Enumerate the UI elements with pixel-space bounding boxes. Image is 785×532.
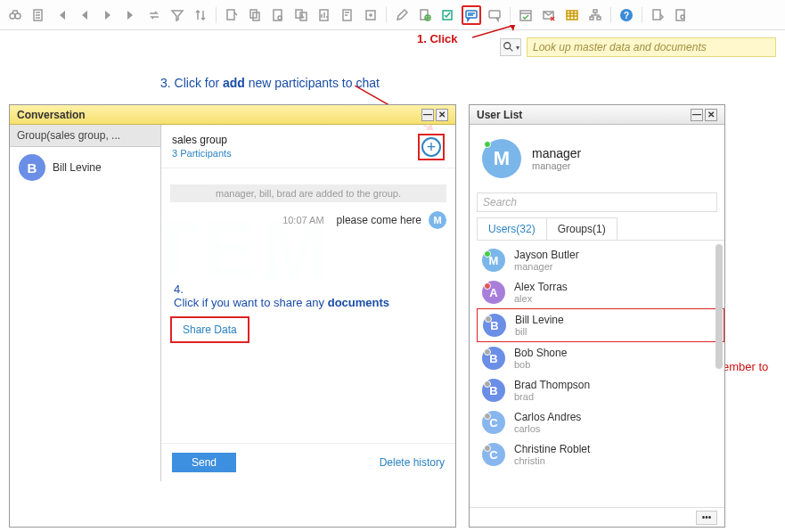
filter-icon[interactable]	[168, 5, 187, 25]
edit-icon[interactable]	[392, 5, 412, 25]
tab-users[interactable]: Users(32)	[477, 217, 547, 241]
svg-rect-20	[567, 11, 577, 20]
user-name: Bob Shone	[514, 347, 567, 359]
nav-first-icon[interactable]	[52, 5, 71, 25]
user-row[interactable]: C Christine Roblet christin	[477, 438, 724, 471]
loop-icon[interactable]	[144, 5, 164, 25]
scrollbar-thumb[interactable]	[715, 244, 723, 369]
user-handle: bob	[514, 359, 567, 370]
svg-point-28	[681, 15, 684, 19]
calendar-check-icon[interactable]	[516, 5, 536, 25]
svg-rect-21	[593, 10, 597, 12]
user-row[interactable]: C Carlos Andres carlos	[477, 406, 724, 438]
send-button[interactable]: Send	[172, 453, 236, 472]
status-indicator	[484, 250, 491, 258]
userlist-panel: User List — ✕ M manager manager Search U…	[469, 104, 725, 528]
svg-rect-3	[227, 10, 234, 20]
svg-rect-17	[489, 11, 500, 18]
conversation-panel: Conversation — ✕ Group(sales group, ... …	[9, 104, 456, 528]
nav-last-icon[interactable]	[121, 5, 141, 25]
user-handle: christin	[514, 455, 590, 466]
share-data-button[interactable]: Share Data	[170, 316, 249, 343]
close-button[interactable]: ✕	[705, 109, 717, 121]
avatar-initial: M	[494, 147, 510, 170]
avatar-initial: C	[489, 448, 497, 462]
chart-doc-icon[interactable]	[315, 5, 334, 25]
search-row: ▾ Look up master data and documents	[0, 30, 785, 64]
conversation-titlebar: Conversation — ✕	[10, 105, 455, 125]
link-doc-icon[interactable]	[291, 5, 311, 25]
user-handle: alex	[514, 293, 568, 304]
delete-history-link[interactable]: Delete history	[380, 456, 445, 469]
binoculars-icon[interactable]	[5, 5, 25, 25]
user-search-input[interactable]: Search	[477, 192, 717, 212]
add-page-icon[interactable]	[415, 5, 435, 25]
status-indicator	[484, 413, 491, 420]
query-icon[interactable]	[361, 5, 380, 25]
nav-next-icon[interactable]	[98, 5, 118, 25]
current-user-profile: M manager manager	[470, 125, 724, 192]
separator	[216, 7, 217, 23]
svg-rect-26	[653, 10, 660, 20]
conversation-main: sales group 3 Participants + manager, bi…	[161, 125, 455, 481]
participant-count[interactable]: 3 Participants	[172, 148, 232, 159]
grid-icon[interactable]	[562, 5, 582, 25]
content-area: Conversation — ✕ Group(sales group, ... …	[0, 64, 785, 528]
help-icon[interactable]: ?	[617, 5, 636, 25]
add-participant-button[interactable]: +	[418, 134, 445, 160]
comment-icon[interactable]	[485, 5, 504, 25]
tab-groups[interactable]: Groups(1)	[546, 217, 617, 241]
participant-row[interactable]: B Bill Levine	[10, 147, 160, 188]
close-button[interactable]: ✕	[436, 109, 448, 121]
user-row[interactable]: A Alex Torras alex	[477, 276, 724, 308]
svg-point-29	[503, 43, 510, 49]
global-search-input[interactable]: Look up master data and documents	[527, 37, 776, 57]
svg-rect-8	[296, 10, 302, 18]
nav-prev-icon[interactable]	[75, 5, 94, 25]
user-row[interactable]: B Bob Shone bob	[477, 342, 724, 374]
new-doc-icon[interactable]	[222, 5, 241, 25]
avatar-initial: C	[489, 416, 497, 430]
separator	[610, 7, 611, 23]
user-handle: carlos	[514, 423, 581, 434]
svg-text:?: ?	[624, 11, 629, 20]
settings-doc-icon[interactable]	[671, 5, 691, 25]
form-icon[interactable]	[338, 5, 357, 25]
user-name: Bill Levine	[515, 314, 564, 326]
export-icon[interactable]	[648, 5, 667, 25]
status-indicator	[484, 445, 491, 452]
svg-rect-16	[466, 11, 477, 18]
plus-icon: +	[421, 137, 441, 157]
group-tab[interactable]: Group(sales group, ...	[10, 125, 160, 147]
userlist-tabs: Users(32) Groups(1)	[477, 217, 717, 241]
user-name: Carlos Andres	[514, 411, 581, 423]
search-dropdown-button[interactable]: ▾	[500, 38, 521, 56]
svg-point-1	[15, 13, 20, 19]
message-text: please come here	[337, 214, 421, 226]
user-row[interactable]: M Jayson Butler manager	[477, 244, 724, 276]
minimize-button[interactable]: —	[421, 109, 434, 121]
mail-delete-icon[interactable]	[539, 5, 559, 25]
minimize-button[interactable]: —	[691, 109, 703, 121]
participant-name: Bill Levine	[53, 161, 102, 174]
copy-doc-icon[interactable]	[245, 5, 265, 25]
hierarchy-icon[interactable]	[585, 5, 605, 25]
more-button[interactable]: •••	[696, 511, 717, 525]
avatar-initial: B	[490, 319, 498, 332]
conversation-title: Conversation	[17, 109, 86, 121]
template-icon[interactable]	[268, 5, 288, 25]
document-icon[interactable]	[29, 5, 48, 25]
message-time: 10:07 AM	[282, 215, 323, 225]
user-avatar: M	[482, 249, 505, 272]
profile-avatar: M	[482, 139, 521, 178]
conversation-sidebar: Group(sales group, ... B Bill Levine	[10, 125, 161, 481]
approve-icon[interactable]	[438, 5, 458, 25]
user-avatar: B	[482, 379, 505, 402]
sort-icon[interactable]	[191, 5, 210, 25]
user-handle: brad	[514, 391, 590, 402]
annotation-step4: 4. Click if you want to share any docume…	[170, 282, 446, 309]
user-row[interactable]: B Bill Levine bill	[477, 308, 724, 342]
chat-icon[interactable]	[462, 5, 481, 25]
status-indicator	[484, 282, 491, 290]
user-row[interactable]: B Brad Thompson brad	[477, 374, 724, 406]
